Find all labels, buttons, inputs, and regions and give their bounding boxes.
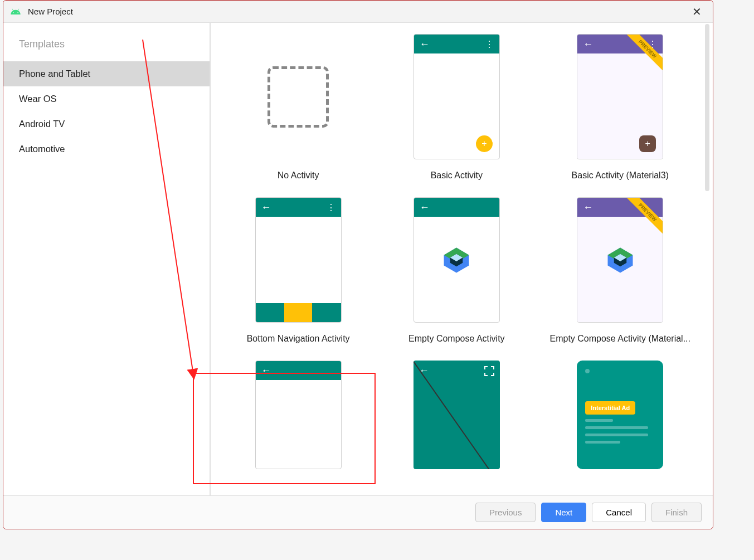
previous-button[interactable]: Previous	[475, 503, 536, 522]
template-no-activity[interactable]: No Activity	[233, 34, 363, 181]
sidebar-item-phone-tablet[interactable]: Phone and Tablet	[3, 61, 210, 86]
ad-button: Interstitial Ad	[585, 401, 635, 415]
back-arrow-icon: ←	[261, 202, 271, 213]
template-ad[interactable]: Interstitial Ad	[549, 361, 690, 469]
new-project-dialog: New Project ✕ Templates Phone and Tablet…	[3, 0, 713, 529]
finish-button[interactable]: Finish	[651, 503, 702, 522]
menu-dots-icon: ⋮	[327, 202, 335, 213]
template-label: Basic Activity (Material3)	[572, 171, 669, 181]
android-icon	[10, 6, 21, 17]
next-button[interactable]: Next	[541, 503, 586, 522]
fab-icon: +	[639, 135, 656, 152]
template-empty-compose[interactable]: ← Empty Compose Activity	[391, 197, 522, 344]
template-basic-activity-m3[interactable]: ← ⋮ PREVIEW + Basic Activity (Material3)	[549, 34, 690, 181]
template-thumbnail	[255, 34, 342, 159]
template-thumbnail: ← PREVIEW	[577, 197, 663, 323]
template-thumbnail: Interstitial Ad	[577, 361, 663, 469]
template-label: Empty Compose Activity (Material...	[549, 334, 690, 344]
template-plain[interactable]: ←	[233, 361, 363, 469]
template-empty-compose-m3[interactable]: ← PREVIEW Empty Compose Activity (Materi…	[549, 197, 690, 344]
template-basic-activity[interactable]: ← ⋮ + Basic Activity	[391, 34, 522, 181]
fullscreen-icon	[484, 366, 494, 376]
template-thumbnail: ← ⋮ PREVIEW +	[577, 34, 663, 159]
cancel-button[interactable]: Cancel	[592, 503, 646, 522]
template-label: Bottom Navigation Activity	[247, 334, 350, 344]
sidebar-header: Templates	[3, 23, 210, 61]
sidebar: Templates Phone and Tablet Wear OS Andro…	[3, 23, 211, 495]
jetpack-compose-icon	[440, 244, 473, 277]
scrollbar[interactable]	[705, 24, 709, 191]
template-label: Empty Compose Activity	[408, 334, 505, 344]
titlebar: New Project ✕	[3, 1, 713, 23]
close-button[interactable]: ✕	[688, 3, 706, 21]
back-arrow-icon: ←	[420, 38, 430, 50]
menu-dots-icon: ⋮	[485, 39, 494, 50]
dashed-box-icon	[267, 66, 329, 128]
template-thumbnail: ←	[255, 361, 342, 469]
sidebar-item-wear-os[interactable]: Wear OS	[3, 86, 210, 111]
back-arrow-icon: ←	[583, 38, 593, 50]
template-gallery: No Activity ← ⋮ + Basic Activity	[211, 23, 713, 495]
preview-ribbon: PREVIEW	[618, 198, 663, 242]
back-arrow-icon: ←	[420, 202, 430, 213]
preview-ribbon: PREVIEW	[618, 35, 663, 79]
bottom-nav-bar	[256, 303, 341, 322]
template-thumbnail: ← ⋮ +	[414, 34, 500, 159]
template-label: No Activity	[278, 171, 319, 181]
template-fullscreen[interactable]: ←	[391, 361, 522, 469]
back-arrow-icon: ←	[583, 202, 593, 213]
fab-icon: +	[476, 135, 493, 152]
sidebar-item-android-tv[interactable]: Android TV	[3, 111, 210, 137]
dialog-body: Templates Phone and Tablet Wear OS Andro…	[3, 23, 713, 495]
template-thumbnail: ← ⋮	[255, 197, 342, 323]
template-label: Basic Activity	[431, 171, 483, 181]
template-thumbnail: ←	[414, 197, 500, 323]
window-title: New Project	[28, 7, 73, 16]
template-bottom-navigation[interactable]: ← ⋮ Bottom Navigation Activity	[233, 197, 363, 344]
jetpack-compose-icon	[604, 244, 637, 277]
back-arrow-icon: ←	[261, 365, 271, 377]
template-thumbnail: ←	[414, 361, 500, 469]
dialog-footer: Previous Next Cancel Finish	[3, 495, 713, 529]
sidebar-item-automotive[interactable]: Automotive	[3, 137, 210, 162]
